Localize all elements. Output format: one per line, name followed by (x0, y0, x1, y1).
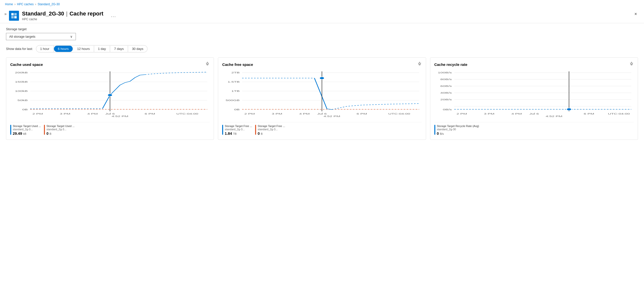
legend-value-used-blue: 29.49 kB (13, 131, 41, 136)
chart-used-space-header: Cache used space (10, 62, 210, 67)
legend-name-free-orange: Storage Target Free ... (258, 124, 285, 128)
breadcrumb-hpc[interactable]: HPC caches (17, 2, 34, 6)
svg-text:1TB: 1TB (232, 90, 240, 92)
charts-grid: Cache used space 200kB (6, 58, 638, 140)
legend-name-2: Storage Target Used ... (46, 124, 75, 128)
chevron-down-icon: ∨ (70, 35, 73, 38)
svg-text:60B/s: 60B/s (440, 85, 452, 87)
svg-point-17 (108, 94, 112, 96)
legend-item-used-blue: Storage Target Used ... standard_2g-3...… (10, 124, 41, 136)
breadcrumb-sep2: › (35, 2, 36, 6)
legend-name-recycle: Storage Target Recycle Rate (Avg) (437, 124, 479, 128)
legend-bar-free-orange (255, 125, 256, 135)
svg-text:100B/s: 100B/s (438, 71, 452, 74)
svg-rect-2 (11, 16, 14, 18)
legend-name-free-blue: Storage Target Free ... (225, 124, 252, 128)
chart-free-space: Cache free space 2TB (218, 58, 426, 140)
chart-free-space-legend: Storage Target Free ... standard_2g-3...… (222, 122, 422, 136)
time-option-1hour[interactable]: 1 hour (36, 46, 54, 52)
legend-name: Storage Target Used ... (13, 124, 41, 128)
svg-text:3 PM: 3 PM (484, 112, 494, 115)
svg-text:3 PM: 3 PM (272, 112, 282, 115)
chart-used-space-area: 200kB 150kB 100kB 50kB 0B (10, 70, 210, 120)
svg-text:150kB: 150kB (15, 80, 28, 83)
chart-free-space-area: 2TB 1.5TB 1TB 500GB 0B (222, 70, 422, 120)
breadcrumb: Home › HPC caches › Standard_2G-30 (0, 0, 644, 8)
svg-text:0B: 0B (234, 108, 240, 111)
svg-text:4:52 PM: 4:52 PM (112, 115, 128, 118)
svg-point-61 (566, 108, 571, 110)
chart-used-space-title: Cache used space (10, 62, 43, 67)
chart-used-space-legend: Storage Target Used ... standard_2g-3...… (10, 122, 210, 136)
time-filter-section: Show data for last: 1 hour 6 hours 12 ho… (6, 45, 638, 52)
pin-icon-used[interactable] (205, 62, 210, 67)
svg-text:6 PM: 6 PM (145, 112, 155, 115)
chart-recycle-rate-title: Cache recycle rate (434, 62, 468, 67)
time-filter-label: Show data for last: (6, 47, 33, 51)
pin-icon-recycle[interactable] (629, 62, 634, 67)
legend-bar-orange (44, 125, 45, 135)
legend-item-free-orange: Storage Target Free ... standard_2g-3...… (255, 124, 285, 136)
svg-text:20B/s: 20B/s (440, 98, 452, 101)
time-option-1day[interactable]: 1 day (94, 46, 110, 52)
svg-rect-1 (14, 13, 17, 16)
legend-sub-free-blue: standard_2g-3... (225, 128, 252, 131)
svg-text:50kB: 50kB (18, 99, 28, 102)
svg-text:4 PM: 4 PM (87, 112, 98, 115)
svg-text:2 PM: 2 PM (456, 112, 467, 115)
svg-rect-3 (14, 16, 17, 18)
collapse-button[interactable]: » (2, 10, 9, 18)
time-option-30days[interactable]: 30 days (128, 46, 148, 52)
page-title: Standard_2G-30 (22, 10, 64, 17)
svg-text:0B: 0B (22, 108, 28, 111)
close-button[interactable]: × (632, 10, 639, 18)
legend-sub-2: standard_2g-3... (46, 128, 75, 131)
legend-bar-free-blue (222, 125, 223, 135)
chart-free-space-header: Cache free space (222, 62, 422, 67)
legend-text-free-orange: Storage Target Free ... standard_2g-3...… (258, 124, 285, 136)
svg-text:2 PM: 2 PM (32, 112, 43, 115)
svg-text:40B/s: 40B/s (440, 92, 452, 94)
chart-used-space: Cache used space 200kB (6, 58, 214, 140)
breadcrumb-current[interactable]: Standard_2G-30 (38, 2, 60, 6)
chart-recycle-rate-legend: Storage Target Recycle Rate (Avg) standa… (434, 122, 634, 136)
title-area: Standard_2G-30 | Cache report HPC cache (22, 10, 103, 21)
svg-text:Jul 6: Jul 6 (105, 112, 115, 115)
more-button[interactable]: ··· (109, 14, 118, 20)
page-header: » Standard_2G-30 | Cache report HPC cach… (0, 8, 644, 23)
svg-text:6 PM: 6 PM (357, 112, 367, 115)
header-left: Standard_2G-30 | Cache report HPC cache … (9, 10, 632, 21)
legend-value-recycle: 0 B/s (437, 131, 479, 136)
main-content: Storage target All storage targets ∨ Sho… (0, 23, 644, 144)
time-option-7days[interactable]: 7 days (110, 46, 128, 52)
legend-text-free-blue: Storage Target Free ... standard_2g-3...… (225, 124, 252, 136)
chart-recycle-rate: Cache recycle rate (430, 58, 638, 140)
svg-text:UTC-04:00: UTC-04:00 (388, 112, 410, 115)
dropdown-value: All storage targets (9, 35, 36, 38)
filter-section: Storage target All storage targets ∨ (6, 27, 638, 40)
legend-sub-free-orange: standard_2g-3... (258, 128, 285, 131)
svg-text:Jul 6: Jul 6 (529, 112, 539, 115)
legend-item-free-blue: Storage Target Free ... standard_2g-3...… (222, 124, 252, 136)
pin-icon-free[interactable] (417, 62, 422, 67)
chart-recycle-rate-area: 100B/s 80B/s 60B/s 40B/s 20B/s 0B/s 2 PM… (434, 70, 634, 120)
filter-label: Storage target (6, 27, 638, 31)
svg-point-38 (320, 77, 324, 79)
breadcrumb-sep1: › (14, 2, 16, 6)
svg-text:0B/s: 0B/s (443, 108, 452, 111)
breadcrumb-home[interactable]: Home (5, 2, 13, 6)
storage-target-dropdown[interactable]: All storage targets ∨ (6, 33, 76, 40)
svg-text:4 PM: 4 PM (511, 112, 522, 115)
svg-text:2TB: 2TB (232, 71, 240, 74)
legend-value-used-orange: 0 B (46, 131, 75, 136)
svg-text:1.5TB: 1.5TB (228, 80, 240, 83)
chart-recycle-rate-header: Cache recycle rate (434, 62, 634, 67)
time-option-6hours[interactable]: 6 hours (54, 46, 73, 52)
svg-text:200kB: 200kB (15, 71, 28, 74)
legend-item-recycle-blue: Storage Target Recycle Rate (Avg) standa… (434, 124, 479, 136)
svg-text:6 PM: 6 PM (584, 112, 594, 115)
legend-bar-blue (10, 125, 11, 135)
legend-text-recycle-blue: Storage Target Recycle Rate (Avg) standa… (437, 124, 479, 136)
time-option-12hours[interactable]: 12 hours (73, 46, 94, 52)
legend-text-used-blue: Storage Target Used ... standard_2g-3...… (13, 124, 41, 136)
